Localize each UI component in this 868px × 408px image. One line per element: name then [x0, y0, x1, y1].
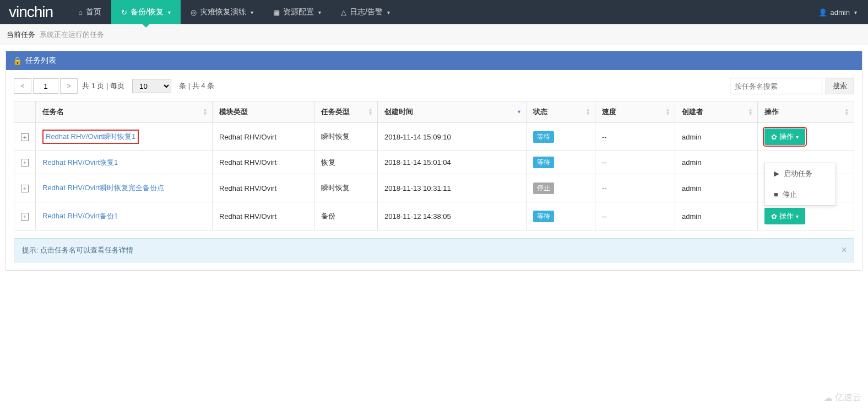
cell-type: 瞬时恢复 — [314, 174, 378, 202]
nav-home[interactable]: ⌂ 首页 — [68, 0, 111, 24]
status-badge: 等待 — [533, 157, 554, 168]
cell-status: 等待 — [527, 202, 595, 230]
chevron-down-icon: ▾ — [796, 213, 799, 219]
search-button[interactable]: 搜索 — [826, 78, 854, 94]
action-button[interactable]: ✿ 操作 ▾ — [764, 128, 805, 145]
play-icon: ▶ — [774, 169, 779, 178]
stop-icon: ■ — [774, 190, 778, 198]
cell-module: Redhat RHV/Ovirt — [213, 123, 314, 151]
content: 🔒 任务列表 < > 共 1 页 | 每页 10 条 | 共 4 — [0, 45, 868, 276]
cell-action: ✿ 操作 ▾ — [758, 202, 854, 230]
chevron-down-icon: ▾ — [387, 9, 390, 15]
panel-heading: 🔒 任务列表 — [6, 51, 862, 70]
cell-module: Redhat RHV/Ovirt — [213, 151, 314, 174]
header-expand — [14, 101, 36, 123]
expand-button[interactable]: + — [21, 159, 29, 167]
search-input[interactable] — [730, 78, 822, 94]
expand-button[interactable]: + — [21, 213, 29, 221]
cell-time: 2018-11-13 10:31:11 — [378, 174, 527, 202]
table-row: + Redhat RHV/Ovirt瞬时恢复1 Redhat RHV/Ovirt… — [14, 123, 854, 151]
nav-disaster-label: 灾难恢复演练 — [200, 7, 246, 17]
nav-resource-label: 资源配置 — [283, 7, 314, 17]
cell-name: Redhat RHV/Ovirt瞬时恢复完全备份点 — [36, 174, 213, 202]
action-dropdown: ▶ 启动任务 ■ 停止 — [764, 163, 836, 206]
dropdown-stop-task[interactable]: ■ 停止 — [765, 184, 836, 205]
cell-time: 2018-11-14 15:09:10 — [378, 123, 527, 151]
table-row: + Redhat RHV/Ovirt瞬时恢复完全备份点 Redhat RHV/O… — [14, 174, 854, 202]
header-module[interactable]: 模块类型 — [213, 101, 314, 123]
sort-icon: ▲▼ — [844, 108, 849, 116]
header-creator[interactable]: 创建者▲▼ — [675, 101, 758, 123]
toolbar: < > 共 1 页 | 每页 10 条 | 共 4 条 搜 — [14, 78, 854, 94]
home-icon: ⌂ — [78, 8, 83, 17]
expand-button[interactable]: + — [21, 185, 29, 192]
info-bar: 提示: 点击任务名可以查看任务详情 × — [14, 238, 854, 262]
nav-home-label: 首页 — [86, 7, 101, 17]
page-title: 当前任务 — [7, 30, 35, 39]
cell-creator: admin — [675, 202, 758, 230]
cell-speed: -- — [595, 151, 675, 174]
sort-icon: ▲▼ — [203, 108, 208, 116]
cell-creator: admin — [675, 151, 758, 174]
pager-next-button[interactable]: > — [60, 78, 78, 94]
dropdown-start-task[interactable]: ▶ 启动任务 — [765, 163, 836, 184]
pager-input[interactable] — [33, 78, 58, 94]
page-subtitle: 系统正在运行的任务 — [40, 30, 104, 39]
task-table: 任务名▲▼ 模块类型 任务类型▲▼ 创建时间▼ 状态▲▼ 速度▲▼ 创建者▲▼ … — [14, 101, 854, 230]
header-speed[interactable]: 速度▲▼ — [595, 101, 675, 123]
cell-speed: -- — [595, 202, 675, 230]
pager-text: 共 1 页 | 每页 — [82, 81, 124, 91]
refresh-icon: ↻ — [121, 8, 127, 17]
status-badge: 等待 — [533, 211, 554, 222]
panel-title: 任务列表 — [25, 56, 56, 66]
page-size-select[interactable]: 10 — [132, 79, 171, 93]
cell-name: Redhat RHV/Ovirt瞬时恢复1 — [36, 123, 213, 151]
chevron-down-icon: ▾ — [796, 134, 799, 140]
sort-icon: ▲▼ — [585, 108, 590, 116]
header-type[interactable]: 任务类型▲▼ — [314, 101, 378, 123]
task-name-link[interactable]: Redhat RHV/Ovirt瞬时恢复1 — [42, 130, 139, 144]
user-menu[interactable]: 👤 admin ▾ — [807, 8, 868, 17]
nav-log-label: 日志/告警 — [350, 7, 383, 17]
header-name[interactable]: 任务名▲▼ — [36, 101, 213, 123]
nav-log[interactable]: △ 日志/告警 ▾ — [331, 0, 400, 24]
cell-time: 2018-11-12 14:38:05 — [378, 202, 527, 230]
expand-button[interactable]: + — [21, 133, 29, 141]
navbar-right: 👤 admin ▾ — [807, 8, 868, 17]
nav-backup[interactable]: ↻ 备份/恢复 ▾ — [111, 0, 181, 24]
cell-type: 恢复 — [314, 151, 378, 174]
task-name-link[interactable]: Redhat RHV/Ovirt恢复1 — [42, 158, 118, 167]
header-time[interactable]: 创建时间▼ — [378, 101, 527, 123]
cell-type: 备份 — [314, 202, 378, 230]
cell-module: Redhat RHV/Ovirt — [213, 174, 314, 202]
top-navbar: vinchin ⌂ 首页 ↻ 备份/恢复 ▾ ◎ 灾难恢复演练 ▾ ▦ 资源配置… — [0, 0, 868, 24]
task-panel: 🔒 任务列表 < > 共 1 页 | 每页 10 条 | 共 4 — [6, 51, 862, 271]
expand-cell: + — [14, 174, 36, 202]
cell-time: 2018-11-14 15:01:04 — [378, 151, 527, 174]
records-text: 条 | 共 4 条 — [179, 81, 214, 91]
nav-resource[interactable]: ▦ 资源配置 ▾ — [263, 0, 331, 24]
pager-prev-button[interactable]: < — [14, 78, 31, 94]
table-row: + Redhat RHV/Ovirt备份1 Redhat RHV/Ovirt 备… — [14, 202, 854, 230]
close-icon[interactable]: × — [841, 244, 847, 256]
cell-speed: -- — [595, 123, 675, 151]
shield-icon: ◎ — [191, 8, 197, 17]
nav-disaster[interactable]: ◎ 灾难恢复演练 ▾ — [181, 0, 263, 24]
info-text: 提示: 点击任务名可以查看任务详情 — [22, 246, 133, 254]
status-badge: 停止 — [533, 182, 554, 194]
task-name-link[interactable]: Redhat RHV/Ovirt瞬时恢复完全备份点 — [42, 184, 164, 192]
panel-body: < > 共 1 页 | 每页 10 条 | 共 4 条 搜 — [6, 70, 862, 270]
task-name-link[interactable]: Redhat RHV/Ovirt备份1 — [42, 212, 118, 220]
cell-status: 停止 — [527, 174, 595, 202]
gear-icon: ✿ — [771, 212, 777, 221]
brand-logo: vinchin — [0, 3, 68, 21]
chevron-down-icon: ▾ — [318, 9, 321, 15]
header-status[interactable]: 状态▲▼ — [527, 101, 595, 123]
cell-creator: admin — [675, 123, 758, 151]
cell-action: ▶ 启动任务 ■ 停止 — [758, 151, 854, 174]
cell-creator: admin — [675, 174, 758, 202]
chevron-down-icon: ▾ — [854, 9, 857, 15]
action-button[interactable]: ✿ 操作 ▾ — [764, 208, 805, 224]
header-action: 操作▲▼ — [758, 101, 854, 123]
cell-name: Redhat RHV/Ovirt恢复1 — [36, 151, 213, 174]
